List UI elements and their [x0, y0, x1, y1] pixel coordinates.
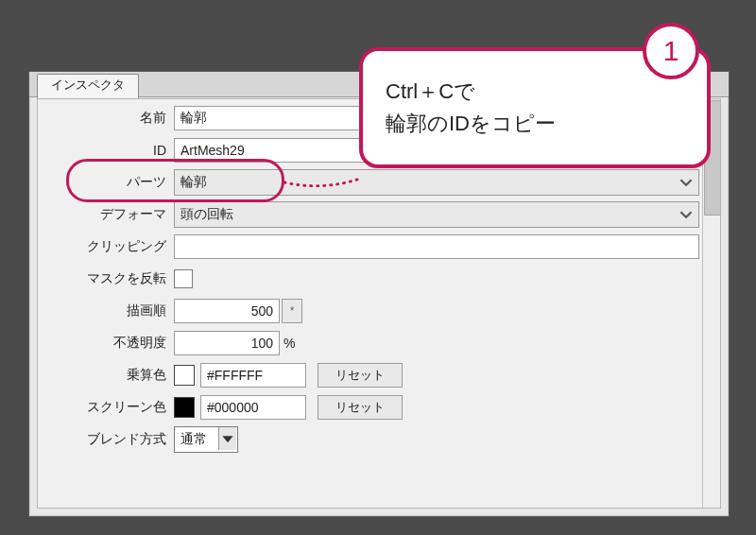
input-draw-order[interactable]: 500 [174, 299, 280, 323]
label-name: 名前 [42, 110, 174, 127]
label-deformer: デフォーマ [42, 206, 174, 223]
row-blend-mode: ブレンド方式 通常 [42, 426, 699, 453]
input-clipping[interactable] [174, 234, 699, 259]
chevron-down-icon [679, 176, 693, 192]
row-parts: パーツ 輪郭 [42, 169, 699, 196]
opacity-unit: % [284, 336, 295, 351]
dropdown-parts-value: 輪郭 [180, 174, 207, 191]
row-invert-mask: マスクを反転 [42, 266, 699, 292]
label-opacity: 不透明度 [42, 335, 174, 352]
select-blend-mode[interactable]: 通常 [174, 426, 238, 453]
input-opacity[interactable]: 100 [174, 331, 280, 355]
row-multiply-color: 乗算色 #FFFFFF リセット [42, 362, 699, 388]
label-clipping: クリッピング [42, 238, 174, 255]
row-draw-order: 描画順 500 * [42, 298, 699, 324]
row-clipping: クリッピング [42, 233, 699, 260]
label-parts: パーツ [42, 174, 174, 191]
row-screen-color: スクリーン色 #000000 リセット [42, 394, 699, 421]
chevron-down-icon [679, 208, 693, 224]
label-blend-mode: ブレンド方式 [42, 431, 174, 448]
chevron-down-icon [218, 427, 236, 450]
input-screen-hex[interactable]: #000000 [200, 395, 306, 420]
swatch-multiply[interactable] [174, 365, 195, 386]
label-multiply-color: 乗算色 [42, 367, 174, 384]
label-invert-mask: マスクを反転 [42, 270, 174, 287]
annotation-step-badge: 1 [643, 23, 699, 79]
dropdown-deformer-value: 頭の回転 [180, 206, 233, 223]
dropdown-parts[interactable]: 輪郭 [174, 169, 699, 196]
row-opacity: 不透明度 100 % [42, 330, 699, 356]
select-blend-value: 通常 [180, 431, 207, 448]
draw-order-options-button[interactable]: * [282, 299, 302, 323]
reset-screen-button[interactable]: リセット [318, 395, 403, 420]
swatch-screen[interactable] [174, 397, 195, 418]
checkbox-invert-mask[interactable] [174, 269, 193, 288]
label-id: ID [42, 143, 174, 158]
reset-multiply-button[interactable]: リセット [318, 363, 403, 388]
dropdown-deformer[interactable]: 頭の回転 [174, 201, 699, 228]
label-draw-order: 描画順 [42, 302, 174, 319]
input-multiply-hex[interactable]: #FFFFFF [200, 363, 306, 388]
annotation-line-2: 輪郭のIDをコピー [386, 108, 707, 140]
svg-marker-0 [222, 436, 232, 442]
tab-inspector[interactable]: インスペクタ [37, 74, 139, 101]
row-deformer: デフォーマ 頭の回転 [42, 201, 699, 228]
label-screen-color: スクリーン色 [42, 399, 174, 416]
annotation-line-1: Ctrl＋Cで [386, 76, 707, 108]
